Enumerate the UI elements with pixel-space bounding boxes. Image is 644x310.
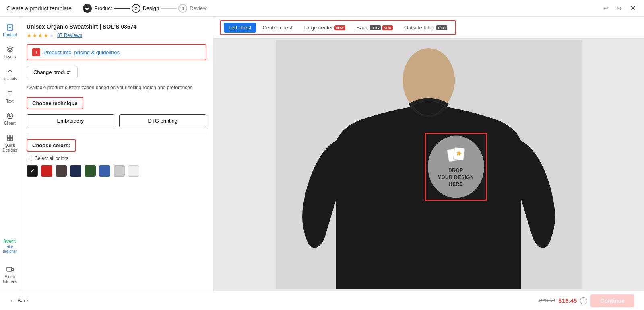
icon-sidebar: Product Layers Uploads Text bbox=[0, 17, 20, 291]
sidebar-label-text: Text bbox=[6, 99, 13, 104]
rating-row: ★★★★★ 87 Reviews bbox=[27, 32, 206, 39]
sidebar-label-video: Video tutorials bbox=[2, 275, 18, 284]
star-rating: ★★★★★ bbox=[27, 32, 55, 39]
clipart-icon bbox=[6, 112, 14, 120]
sidebar-label-uploads: Uploads bbox=[2, 77, 17, 82]
dtg-button[interactable]: DTG printing bbox=[119, 114, 207, 127]
sidebar-item-layers[interactable]: Layers bbox=[0, 42, 20, 63]
sale-price: $16.45 bbox=[558, 297, 577, 304]
steps-indicator: Product 2 Design 3 Review bbox=[83, 4, 207, 13]
fiverr-logo: fiverr. bbox=[3, 238, 17, 244]
choose-colors-label: Choose colors: bbox=[27, 139, 76, 152]
top-bar-right: ↩ ↪ ✕ bbox=[602, 2, 638, 14]
sidebar-item-text[interactable]: Text bbox=[0, 86, 20, 107]
product-info-link[interactable]: Product info, pricing & guidelines bbox=[43, 49, 120, 55]
layers-icon bbox=[6, 45, 14, 53]
select-all-label: Select all colors bbox=[35, 156, 68, 161]
quick-designs-icon bbox=[6, 134, 14, 142]
sidebar-item-uploads[interactable]: Uploads bbox=[0, 64, 20, 85]
reviews-link[interactable]: 87 Reviews bbox=[57, 33, 82, 38]
divider bbox=[27, 134, 206, 134]
technique-buttons: Embroidery DTG printing bbox=[27, 114, 206, 127]
sidebar-label-quick-designs: Quick Designs bbox=[2, 143, 18, 153]
step-3-circle: 3 bbox=[178, 4, 187, 13]
step-design: 2 Design bbox=[132, 4, 159, 13]
svg-rect-7 bbox=[7, 267, 12, 271]
back-label: Back bbox=[17, 298, 29, 304]
choose-technique-label: Choose technique bbox=[27, 97, 83, 109]
step-2-number: 2 bbox=[135, 6, 137, 11]
tab-outside-label[interactable]: Outside label DTG bbox=[399, 23, 452, 33]
back-arrow-icon: ← bbox=[10, 298, 15, 304]
tab-back-label: Back bbox=[357, 25, 368, 31]
sidebar-item-quick-designs[interactable]: Quick Designs bbox=[0, 131, 20, 156]
product-info-box[interactable]: i Product info, pricing & guidelines bbox=[27, 44, 206, 60]
info-icon: i bbox=[32, 48, 40, 56]
outside-label-dtg-badge: DTG bbox=[436, 25, 447, 30]
bottom-bar: ← Back $23.50 $16.45 i Continue bbox=[0, 291, 644, 310]
tab-back[interactable]: Back DTG New bbox=[352, 23, 398, 33]
color-swatches: ✓ bbox=[27, 165, 206, 177]
sidebar-item-clipart[interactable]: Clipart bbox=[0, 109, 20, 129]
step-line-1 bbox=[114, 8, 130, 9]
drop-zone-icon bbox=[446, 146, 466, 164]
large-center-new-badge: New bbox=[334, 25, 345, 30]
color-blue[interactable] bbox=[99, 165, 110, 177]
product-name: Unisex Organic Sweatshirt | SOL'S 03574 bbox=[27, 23, 206, 30]
embroidery-button[interactable]: Embroidery bbox=[27, 114, 114, 127]
undo-button[interactable]: ↩ bbox=[602, 3, 610, 14]
select-all-checkbox[interactable] bbox=[27, 156, 32, 161]
back-dtg-badge: DTG bbox=[370, 25, 381, 30]
drop-zone-inner: DROP YOUR DESIGN HERE bbox=[428, 135, 484, 198]
product-panel: Unisex Organic Sweatshirt | SOL'S 03574 … bbox=[20, 17, 213, 291]
video-icon bbox=[6, 265, 14, 273]
color-black[interactable]: ✓ bbox=[27, 165, 38, 177]
continue-button[interactable]: Continue bbox=[590, 294, 634, 307]
color-darkgray[interactable] bbox=[56, 165, 67, 177]
price-section: $23.50 $16.45 i Continue bbox=[539, 294, 634, 307]
step-3-label: Review bbox=[190, 5, 207, 11]
tab-left-chest[interactable]: Left chest bbox=[224, 23, 256, 33]
drop-zone-text: DROP YOUR DESIGN HERE bbox=[438, 167, 474, 187]
drop-zone[interactable]: DROP YOUR DESIGN HERE bbox=[425, 133, 487, 201]
tab-center-chest[interactable]: Center chest bbox=[258, 23, 297, 33]
back-button[interactable]: ← Back bbox=[10, 298, 29, 304]
sidebar-item-video[interactable]: Video tutorials bbox=[0, 262, 20, 287]
top-bar-left: Create a product template Product 2 Desi… bbox=[6, 4, 207, 13]
change-product-button[interactable]: Change product bbox=[27, 66, 78, 78]
page-title: Create a product template bbox=[6, 5, 72, 12]
product-description: Available product customization based on… bbox=[27, 84, 206, 91]
product-icon bbox=[6, 23, 14, 31]
step-1-circle bbox=[83, 4, 92, 13]
fiverr-hire-label: Hire designer bbox=[3, 245, 17, 254]
tab-outside-label-label: Outside label bbox=[404, 25, 435, 31]
svg-rect-3 bbox=[7, 135, 10, 138]
svg-rect-5 bbox=[7, 138, 10, 141]
sweatshirt-mockup: DROP YOUR DESIGN HERE bbox=[276, 40, 582, 289]
select-all-row: Select all colors bbox=[27, 156, 206, 161]
back-new-badge: New bbox=[382, 25, 393, 30]
canvas-wrapper: DROP YOUR DESIGN HERE bbox=[213, 39, 644, 291]
color-green[interactable] bbox=[85, 165, 96, 177]
sidebar-label-product: Product bbox=[3, 33, 17, 37]
step-product: Product bbox=[83, 4, 112, 13]
color-white[interactable] bbox=[128, 165, 139, 177]
color-red[interactable] bbox=[41, 165, 52, 177]
step-2-circle: 2 bbox=[132, 4, 140, 13]
original-price: $23.50 bbox=[539, 298, 555, 304]
text-icon bbox=[6, 90, 14, 98]
sidebar-item-product[interactable]: Product bbox=[0, 20, 20, 41]
fiverr-section[interactable]: fiverr. Hire designer bbox=[1, 235, 19, 257]
redo-button[interactable]: ↪ bbox=[615, 3, 623, 14]
placement-tabs: Left chest Center chest Large center New… bbox=[220, 20, 456, 35]
svg-point-2 bbox=[8, 115, 10, 116]
color-lightgray[interactable] bbox=[114, 165, 125, 177]
color-navy[interactable] bbox=[70, 165, 81, 177]
close-button[interactable]: ✕ bbox=[628, 2, 638, 14]
svg-rect-4 bbox=[10, 135, 13, 138]
price-info-button[interactable]: i bbox=[580, 297, 587, 304]
main-layout: Product Layers Uploads Text bbox=[0, 17, 644, 291]
tab-large-center[interactable]: Large center New bbox=[299, 23, 350, 33]
top-bar: Create a product template Product 2 Desi… bbox=[0, 0, 644, 17]
step-2-label: Design bbox=[143, 5, 159, 11]
